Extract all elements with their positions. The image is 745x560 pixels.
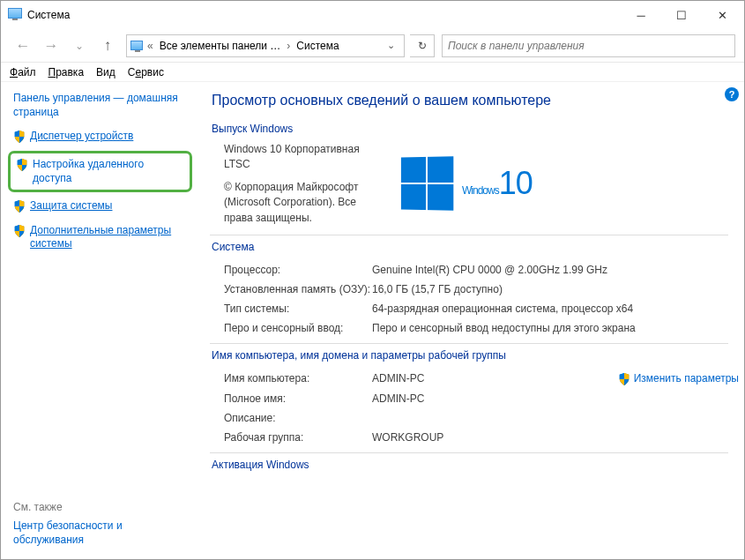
kv-full-name: Полное имя:ADMIN-PC: [224, 389, 739, 408]
sidebar: Панель управления — домашняя страница Ди…: [1, 82, 199, 559]
kv-system-type: Тип системы:64-разрядная операционная си…: [224, 299, 739, 318]
menu-file[interactable]: Файл: [10, 66, 36, 78]
address-bar[interactable]: « Все элементы панели … › Система ⌄: [126, 34, 405, 57]
section-edition-heading: Выпуск Windows: [212, 123, 739, 135]
address-dropdown[interactable]: ⌄: [382, 40, 400, 51]
sidebar-item-label[interactable]: Диспетчер устройств: [30, 130, 133, 144]
search-input[interactable]: [443, 40, 734, 52]
forward-button[interactable]: →: [38, 34, 64, 57]
copyright-text: © Корпорация Майкрософт (Microsoft Corpo…: [224, 180, 383, 226]
help-icon[interactable]: ?: [725, 87, 739, 101]
edition-name: Windows 10 Корпоративная LTSC: [224, 142, 383, 173]
sidebar-item-system-protection[interactable]: Защита системы: [13, 198, 187, 215]
edition-text: Windows 10 Корпоративная LTSC © Корпорац…: [224, 142, 383, 226]
sidebar-item-device-manager[interactable]: Диспетчер устройств: [13, 128, 187, 146]
minimize-button[interactable]: ─: [621, 2, 661, 28]
section-activation-heading: Активация Windows: [212, 459, 739, 471]
menu-edit[interactable]: Правка: [48, 66, 85, 78]
change-settings-link[interactable]: Изменить параметры: [618, 372, 739, 385]
back-button[interactable]: ←: [10, 34, 36, 57]
window-icon: [8, 8, 22, 22]
up-button[interactable]: ↑: [94, 34, 121, 57]
windows-10-wordmark: Windows10: [462, 165, 533, 202]
kv-pen-touch: Перо и сенсорный ввод:Перо и сенсорный в…: [224, 318, 739, 338]
shield-icon: [16, 159, 28, 171]
close-button[interactable]: ✕: [702, 2, 742, 28]
see-also-security-link[interactable]: Центр безопасности и обслуживания: [13, 519, 187, 547]
divider: [210, 452, 728, 453]
shield-icon: [13, 225, 26, 237]
breadcrumb-2[interactable]: Система: [294, 40, 340, 52]
sidebar-item-label[interactable]: Дополнительные параметры системы: [30, 224, 187, 251]
chevron-icon: «: [143, 40, 158, 52]
navbar: ← → ⌄ ↑ « Все элементы панели … › Систем…: [1, 29, 744, 63]
monitor-icon: [130, 41, 143, 50]
window-title: Система: [27, 9, 621, 21]
section-name-heading: Имя компьютера, имя домена и параметры р…: [212, 349, 739, 362]
shield-icon: [13, 200, 26, 213]
dropdown-history[interactable]: ⌄: [66, 34, 93, 57]
content-pane: ? Просмотр основных сведений о вашем ком…: [199, 82, 744, 559]
kv-workgroup: Рабочая группа:WORKGROUP: [224, 428, 739, 447]
sidebar-item-advanced-settings[interactable]: Дополнительные параметры системы: [13, 222, 187, 253]
breadcrumb-1[interactable]: Все элементы панели …: [158, 40, 283, 52]
divider: [210, 343, 728, 344]
menubar: Файл Правка Вид Сервис: [1, 63, 744, 82]
see-also-heading: См. также: [13, 501, 187, 513]
divider: [210, 235, 728, 235]
shield-icon: [13, 131, 26, 143]
kv-computer-name: Имя компьютера: ADMIN-PC Изменить параме…: [224, 369, 739, 389]
titlebar: Система ─ ☐ ✕: [1, 1, 744, 29]
kv-processor: Процессор:Genuine Intel(R) CPU 0000 @ 2.…: [224, 260, 739, 280]
kv-ram: Установленная память (ОЗУ):16,0 ГБ (15,7…: [224, 280, 739, 299]
search-box[interactable]: [442, 34, 735, 57]
menu-service[interactable]: Сервис: [128, 66, 164, 78]
page-heading: Просмотр основных сведений о вашем компь…: [212, 93, 739, 108]
sidebar-item-remote-settings[interactable]: Настройка удаленного доступа: [8, 151, 192, 192]
menu-view[interactable]: Вид: [96, 66, 115, 78]
maximize-button[interactable]: ☐: [661, 2, 702, 28]
refresh-button[interactable]: ↻: [410, 34, 435, 57]
kv-description: Описание:: [224, 408, 739, 428]
sidebar-item-label[interactable]: Настройка удаленного доступа: [33, 158, 184, 185]
control-panel-home-link[interactable]: Панель управления — домашняя страница: [13, 91, 187, 119]
windows-squares-icon: [401, 157, 453, 211]
shield-icon: [618, 373, 630, 385]
sidebar-item-label[interactable]: Защита системы: [30, 199, 112, 213]
windows-logo: Windows10: [400, 142, 533, 226]
section-system-heading: Система: [212, 241, 739, 253]
chevron-icon: ›: [282, 40, 294, 52]
